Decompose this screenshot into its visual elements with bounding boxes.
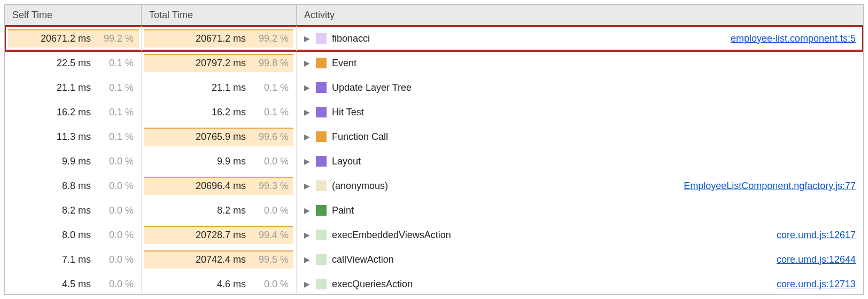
self-time-value: 16.2 ms [57,107,91,118]
activity-color-swatch [316,254,327,265]
table-row[interactable]: 8.0 ms0.0 %20728.7 ms99.4 %▶execEmbedded… [5,223,863,247]
activity-name: Layout [332,156,361,167]
self-time-pct: 0.0 % [94,254,134,265]
table-row[interactable]: 8.2 ms0.0 %8.2 ms0.0 %▶Paint [5,198,863,223]
total-time-value: 20765.9 ms [196,131,246,143]
activity-name: callViewAction [332,254,394,265]
self-time-pct: 0.0 % [94,180,134,192]
self-time-pct: 0.0 % [94,230,134,241]
self-time-value: 11.3 ms [57,131,91,143]
activity-name: Update Layer Tree [332,82,412,93]
activity-name: Function Call [332,131,388,143]
activity-color-swatch [316,82,327,93]
total-time-cell: 4.6 ms0.0 % [142,272,297,295]
table-header-row: Self Time Total Time Activity [5,5,863,26]
total-time-pct: 0.0 % [249,205,289,216]
expand-icon[interactable]: ▶ [304,280,311,288]
table-row[interactable]: 8.8 ms0.0 %20696.4 ms99.3 %▶(anonymous)E… [5,174,863,198]
self-time-cell: 8.0 ms0.0 % [5,223,142,247]
column-header-self-time[interactable]: Self Time [5,5,142,26]
source-link[interactable]: employee-list.component.ts:5 [731,33,856,44]
total-time-pct: 99.6 % [249,131,289,143]
table-body: 20671.2 ms99.2 %20671.2 ms99.2 %▶fibonac… [5,26,863,295]
column-header-activity[interactable]: Activity [297,5,863,26]
self-time-cell: 22.5 ms0.1 % [5,51,142,75]
self-time-value: 8.0 ms [62,230,91,241]
activity-color-swatch [316,230,327,240]
total-time-cell: 8.2 ms0.0 % [142,198,297,223]
total-time-value: 9.9 ms [217,156,246,167]
total-time-pct: 99.8 % [249,58,289,69]
table-row[interactable]: 4.5 ms0.0 %4.6 ms0.0 %▶execQueriesAction… [5,272,863,295]
expand-icon[interactable]: ▶ [304,108,311,116]
column-header-total-time[interactable]: Total Time [142,5,297,26]
table-row[interactable]: 16.2 ms0.1 %16.2 ms0.1 %▶Hit Test [5,100,863,124]
activity-color-swatch [316,33,327,44]
total-time-pct: 0.1 % [249,107,289,118]
total-time-cell: 21.1 ms0.1 % [142,75,297,100]
activity-cell: ▶callViewActioncore.umd.js:12644 [297,247,863,272]
activity-cell: ▶Event [297,51,863,75]
expand-icon[interactable]: ▶ [304,157,311,166]
self-time-cell: 11.3 ms0.1 % [5,124,142,149]
activity-cell: ▶execEmbeddedViewsActioncore.umd.js:1261… [297,223,863,247]
self-time-pct: 0.0 % [94,279,134,290]
self-time-cell: 9.9 ms0.0 % [5,149,142,174]
total-time-value: 21.1 ms [212,82,246,93]
expand-icon[interactable]: ▶ [304,231,311,239]
activity-cell: ▶Hit Test [297,100,863,124]
source-link[interactable]: EmployeeListComponent.ngfactory.js:77 [684,180,856,192]
total-time-value: 8.2 ms [217,205,246,216]
table-row[interactable]: 22.5 ms0.1 %20797.2 ms99.8 %▶Event [5,51,863,75]
activity-cell: ▶Paint [297,198,863,223]
total-time-pct: 99.4 % [249,230,289,241]
activity-name: (anonymous) [332,180,388,192]
total-time-value: 4.6 ms [217,279,246,290]
total-time-pct: 0.0 % [249,156,289,167]
source-link[interactable]: core.umd.js:12644 [777,254,856,265]
activity-color-swatch [316,58,327,68]
self-time-pct: 0.1 % [94,131,134,143]
activity-cell: ▶fibonacciemployee-list.component.ts:5 [297,26,863,51]
self-time-cell: 8.2 ms0.0 % [5,198,142,223]
activity-color-swatch [316,107,327,117]
total-time-cell: 9.9 ms0.0 % [142,149,297,174]
self-time-cell: 21.1 ms0.1 % [5,75,142,100]
profiler-table: Self Time Total Time Activity 20671.2 ms… [4,4,864,295]
self-time-pct: 0.1 % [94,82,134,93]
table-row[interactable]: 21.1 ms0.1 %21.1 ms0.1 %▶Update Layer Tr… [5,75,863,100]
expand-icon[interactable]: ▶ [304,182,311,190]
total-time-pct: 0.0 % [249,279,289,290]
total-time-value: 20728.7 ms [196,230,246,241]
self-time-pct: 99.2 % [94,33,134,44]
activity-cell: ▶execQueriesActioncore.umd.js:12713 [297,272,863,295]
activity-color-swatch [316,180,327,191]
expand-icon[interactable]: ▶ [304,59,311,67]
activity-cell: ▶Layout [297,149,863,174]
expand-icon[interactable]: ▶ [304,132,311,141]
self-time-value: 4.5 ms [62,279,91,290]
expand-icon[interactable]: ▶ [304,206,311,215]
activity-color-swatch [316,205,327,216]
source-link[interactable]: core.umd.js:12713 [777,279,856,290]
source-link[interactable]: core.umd.js:12617 [777,230,856,241]
self-time-pct: 0.0 % [94,205,134,216]
table-row[interactable]: 9.9 ms0.0 %9.9 ms0.0 %▶Layout [5,149,863,174]
expand-icon[interactable]: ▶ [304,34,311,43]
self-time-value: 21.1 ms [57,82,91,93]
self-time-cell: 8.8 ms0.0 % [5,174,142,198]
total-time-value: 20797.2 ms [196,58,246,69]
table-row[interactable]: 7.1 ms0.0 %20742.4 ms99.5 %▶callViewActi… [5,247,863,272]
self-time-value: 20671.2 ms [41,33,91,44]
total-time-value: 20696.4 ms [196,180,246,192]
total-time-cell: 20797.2 ms99.8 % [142,51,297,75]
total-time-cell: 20765.9 ms99.6 % [142,124,297,149]
table-row[interactable]: 20671.2 ms99.2 %20671.2 ms99.2 %▶fibonac… [5,26,863,51]
expand-icon[interactable]: ▶ [304,255,311,264]
table-row[interactable]: 11.3 ms0.1 %20765.9 ms99.6 %▶Function Ca… [5,124,863,149]
self-time-cell: 4.5 ms0.0 % [5,272,142,295]
self-time-pct: 0.0 % [94,156,134,167]
activity-name: Hit Test [332,107,364,118]
expand-icon[interactable]: ▶ [304,83,311,92]
self-time-value: 8.2 ms [62,205,91,216]
